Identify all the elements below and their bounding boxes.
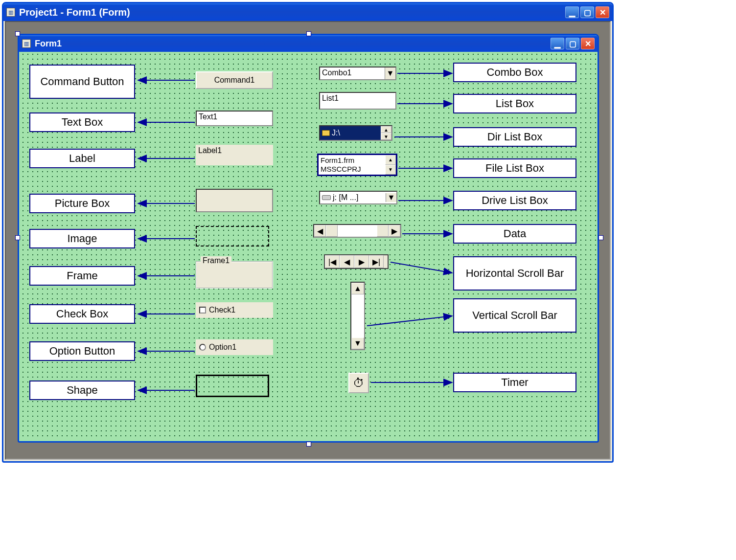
callout-dir-list-box: Dir List Box bbox=[453, 127, 576, 147]
picture-box-control[interactable] bbox=[196, 189, 273, 212]
inner-maximize-button[interactable]: ▢ bbox=[566, 38, 579, 49]
nav-first-icon[interactable]: |◀ bbox=[325, 255, 340, 268]
callout-timer: Timer bbox=[453, 373, 576, 392]
frame-control[interactable]: Frame1 bbox=[196, 261, 273, 289]
vscrollbar-control[interactable]: ▲ ▼ bbox=[350, 282, 365, 350]
callout-option-button: Option Button bbox=[29, 341, 135, 361]
inner-window-title: Form1 bbox=[35, 39, 549, 49]
inner-minimize-button[interactable]: ▁ bbox=[551, 38, 564, 49]
svg-line-15 bbox=[391, 262, 452, 273]
combo-text: Combo1 bbox=[320, 67, 385, 79]
callout-drive-list-box: Drive List Box bbox=[453, 191, 576, 210]
timer-control[interactable]: ⏱ bbox=[348, 373, 369, 393]
callout-check-box: Check Box bbox=[29, 304, 135, 324]
callout-image: Image bbox=[29, 229, 135, 248]
list-box-control[interactable]: List1 bbox=[319, 92, 396, 110]
combo-box-control[interactable]: Combo1 ▼ bbox=[319, 67, 396, 80]
frame-caption: Frame1 bbox=[201, 256, 231, 265]
chevron-down-icon[interactable]: ▼ bbox=[386, 193, 396, 202]
outer-window: ▥ Project1 - Form1 (Form) ▁ ▢ ✕ ▥ Form1 … bbox=[2, 2, 614, 463]
nav-last-icon[interactable]: ▶| bbox=[369, 255, 384, 268]
callout-data: Data bbox=[453, 224, 576, 244]
scroll-up-icon[interactable]: ▲ bbox=[385, 155, 396, 165]
callout-list-box: List Box bbox=[453, 94, 576, 113]
callout-shape: Shape bbox=[29, 381, 135, 400]
callout-combo-box: Combo Box bbox=[453, 63, 576, 82]
callout-picture-box: Picture Box bbox=[29, 194, 135, 213]
option-label: Option1 bbox=[209, 343, 236, 352]
scroll-up-icon[interactable]: ▲ bbox=[351, 283, 364, 294]
drive-list-text: j: [M ...] bbox=[333, 193, 358, 202]
shape-control[interactable] bbox=[196, 375, 269, 397]
scroll-right-icon[interactable]: ▶ bbox=[389, 225, 400, 237]
outer-client-area: ▥ Form1 ▁ ▢ ✕ Command Button Text Box La… bbox=[5, 21, 611, 460]
callout-frame: Frame bbox=[29, 266, 135, 286]
image-control[interactable] bbox=[196, 226, 269, 246]
hscrollbar-control[interactable]: ◀ ▶ bbox=[313, 224, 401, 238]
file-list-box-control[interactable]: Form1.frm MSSCCPRJ ▲ ▼ bbox=[317, 154, 397, 176]
scroll-up-icon[interactable]: ▲ bbox=[381, 126, 391, 133]
form-designer-window: ▥ Form1 ▁ ▢ ✕ Command Button Text Box La… bbox=[18, 34, 599, 443]
inner-titlebar[interactable]: ▥ Form1 ▁ ▢ ✕ bbox=[19, 35, 598, 52]
form-design-surface[interactable]: Command Button Text Box Label Picture Bo… bbox=[21, 52, 596, 440]
checkbox-icon bbox=[199, 307, 206, 314]
drive-list-box-control[interactable]: j: [M ...] ▼ bbox=[319, 191, 397, 204]
scroll-track[interactable] bbox=[326, 225, 338, 237]
check-box-control[interactable]: Check1 bbox=[196, 302, 273, 318]
scroll-thumb[interactable] bbox=[351, 294, 364, 337]
callout-text-box: Text Box bbox=[29, 112, 135, 132]
folder-icon bbox=[322, 130, 330, 136]
form-icon: ▥ bbox=[22, 39, 31, 48]
file-item[interactable]: MSSCCPRJ bbox=[321, 165, 383, 174]
minimize-button[interactable]: ▁ bbox=[565, 6, 579, 18]
outer-titlebar[interactable]: ▥ Project1 - Form1 (Form) ▁ ▢ ✕ bbox=[3, 3, 612, 21]
label-control[interactable]: Label1 bbox=[196, 145, 273, 165]
callout-vscroll: Vertical Scroll Bar bbox=[453, 298, 576, 333]
callout-command-button: Command Button bbox=[29, 65, 135, 99]
callout-file-list-box: File List Box bbox=[453, 158, 576, 178]
nav-next-icon[interactable]: ▶ bbox=[354, 255, 369, 268]
scroll-down-icon[interactable]: ▼ bbox=[351, 337, 364, 349]
scroll-track[interactable] bbox=[377, 225, 389, 237]
chevron-down-icon[interactable]: ▼ bbox=[385, 67, 395, 79]
scroll-down-icon[interactable]: ▼ bbox=[385, 165, 396, 175]
scroll-thumb[interactable] bbox=[338, 225, 377, 237]
outer-window-title: Project1 - Form1 (Form) bbox=[19, 7, 564, 18]
vb-project-icon: ▥ bbox=[6, 8, 15, 17]
option-button-control[interactable]: Option1 bbox=[196, 339, 273, 355]
callout-hscroll: Horizontal Scroll Bar bbox=[453, 256, 576, 291]
checkbox-label: Check1 bbox=[209, 306, 235, 314]
file-item[interactable]: Form1.frm bbox=[321, 156, 383, 165]
dir-list-text: J:\ bbox=[332, 129, 340, 137]
text-box-control[interactable]: Text1 bbox=[196, 111, 273, 126]
scroll-down-icon[interactable]: ▼ bbox=[381, 133, 391, 140]
stopwatch-icon: ⏱ bbox=[353, 376, 365, 390]
nav-prev-icon[interactable]: ◀ bbox=[340, 255, 354, 268]
data-navigator-control[interactable]: |◀ ◀ ▶ ▶| bbox=[324, 254, 389, 269]
command-button-control[interactable]: Command1 bbox=[196, 71, 273, 89]
close-button[interactable]: ✕ bbox=[596, 6, 609, 18]
drive-icon bbox=[322, 195, 331, 200]
svg-line-16 bbox=[367, 316, 452, 326]
radio-icon bbox=[199, 344, 206, 351]
callout-label: Label bbox=[29, 149, 135, 168]
inner-close-button[interactable]: ✕ bbox=[581, 38, 595, 49]
scroll-left-icon[interactable]: ◀ bbox=[314, 225, 326, 237]
maximize-button[interactable]: ▢ bbox=[580, 6, 594, 18]
dir-list-box-control[interactable]: J:\ ▲ ▼ bbox=[319, 125, 392, 141]
